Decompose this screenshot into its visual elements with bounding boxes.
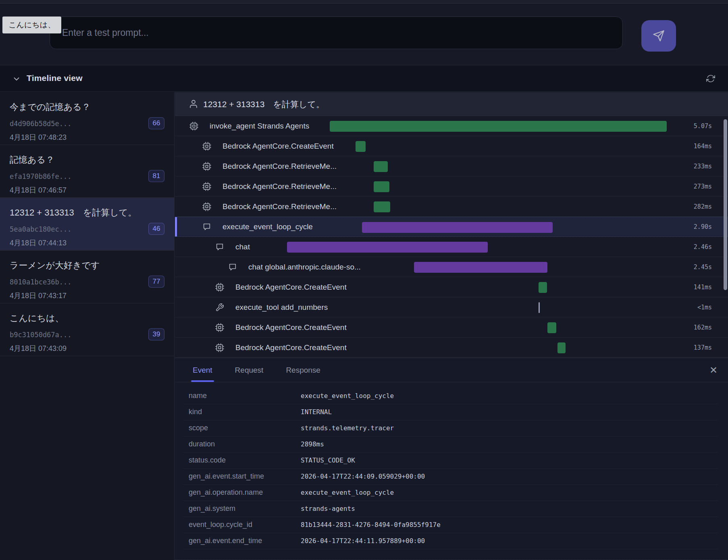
session-id: efa1970b86fe... <box>10 172 164 180</box>
span-duration: 2.45s <box>694 263 712 271</box>
span-duration: 273ms <box>694 183 712 190</box>
span-duration: 2.90s <box>694 223 712 230</box>
span-count-badge: 39 <box>148 328 164 340</box>
chevron-down-icon[interactable] <box>12 75 21 85</box>
span-name: Bedrock AgentCore.CreateEvent <box>235 283 347 292</box>
chip-icon <box>215 343 224 352</box>
span-duration: 5.07s <box>694 122 712 130</box>
span-duration: 141ms <box>694 284 712 291</box>
prompt-input[interactable] <box>50 17 623 49</box>
session-title: 今までの記憶ある？ <box>10 101 164 113</box>
attr-value: strands.telemetry.tracer <box>301 424 394 432</box>
timeline-section-header: Timeline view <box>0 65 728 92</box>
attr-key: kind <box>183 408 301 416</box>
tab-response[interactable]: Response <box>286 358 320 382</box>
attr-key: gen_ai.operation.name <box>183 488 301 497</box>
section-title: Timeline view <box>27 73 83 83</box>
span-duration: 282ms <box>694 203 712 210</box>
chat-bubble-icon <box>228 263 237 272</box>
session-item[interactable]: ラーメンが大好きです 8010a1bce36b... 4月18日 07:43:1… <box>0 251 174 303</box>
span-bar <box>539 282 547 293</box>
session-item[interactable]: 今までの記憶ある？ d4d906b58d5e... 4月18日 07:48:23… <box>0 92 174 145</box>
span-bar <box>362 222 553 233</box>
timeline-scrollbar[interactable] <box>724 119 727 290</box>
span-name: chat <box>235 243 250 251</box>
chip-icon <box>202 162 211 171</box>
span-bar <box>330 121 667 132</box>
attr-key: gen_ai.system <box>183 504 301 513</box>
session-title: ラーメンが大好きです <box>10 259 164 272</box>
table-row: gen_ai.operation.name execute_event_loop… <box>183 485 718 501</box>
span-row[interactable]: Bedrock AgentCore.CreateEvent 137ms <box>175 338 728 358</box>
tab-event[interactable]: Event <box>193 358 212 382</box>
span-row[interactable]: invoke_agent Strands Agents 5.07s <box>175 116 728 136</box>
table-row: status.code STATUS_CODE_OK <box>183 452 718 469</box>
session-id: d4d906b58d5e... <box>10 120 164 128</box>
chip-icon <box>215 283 224 292</box>
span-row[interactable]: Bedrock AgentCore.RetrieveMe... 233ms <box>175 156 728 176</box>
session-item[interactable]: 記憶ある？ efa1970b86fe... 4月18日 07:46:57 81 <box>0 145 174 198</box>
span-row[interactable]: execute_tool add_numbers <1ms <box>175 297 728 317</box>
query-text: 12312 + 313313 を計算して。 <box>203 99 324 110</box>
span-bar <box>557 342 566 353</box>
table-row: name execute_event_loop_cycle <box>183 388 718 404</box>
span-duration: <1ms <box>697 304 712 311</box>
session-title: こんにちは、 <box>10 312 164 324</box>
wrench-icon <box>215 303 224 312</box>
span-row[interactable]: Bedrock AgentCore.CreateEvent 162ms <box>175 317 728 338</box>
session-id: b9c31050d67a... <box>10 331 164 339</box>
top-strip <box>0 0 728 4</box>
span-row[interactable]: Bedrock AgentCore.RetrieveMe... 273ms <box>175 176 728 197</box>
tab-request[interactable]: Request <box>235 358 264 382</box>
span-name: Bedrock AgentCore.CreateEvent <box>235 343 347 352</box>
span-name: invoke_agent Strands Agents <box>210 122 309 131</box>
chat-bubble-icon <box>215 243 224 251</box>
span-bar <box>539 302 540 313</box>
session-item[interactable]: こんにちは、 b9c31050d67a... 4月18日 07:43:09 39 <box>0 303 174 356</box>
attr-key: duration <box>183 440 301 448</box>
session-date: 4月18日 07:48:23 <box>10 133 164 142</box>
session-date: 4月18日 07:43:17 <box>10 291 164 301</box>
attr-value: 2026-04-17T22:44:11.957889+00:00 <box>301 537 425 545</box>
span-duration: 164ms <box>694 143 712 150</box>
trace-timeline: 12312 + 313313 を計算して。 invoke_agent Stran… <box>175 92 728 358</box>
session-date: 4月18日 07:46:57 <box>10 185 164 195</box>
trace-viewer-app: こんにちは、 Timeline view 今までの記憶ある？ d4d906b58… <box>0 0 728 560</box>
span-row[interactable]: Bedrock AgentCore.CreateEvent 141ms <box>175 277 728 297</box>
span-duration: 233ms <box>694 163 712 170</box>
span-row[interactable]: Bedrock AgentCore.RetrieveMe... 282ms <box>175 197 728 217</box>
span-row[interactable]: chat 2.46s <box>175 237 728 257</box>
span-bar <box>374 181 389 192</box>
span-name: chat global.anthropic.claude-so... <box>248 263 361 272</box>
table-row: gen_ai.event.start_time 2026-04-17T22:44… <box>183 469 718 485</box>
attr-key: gen_ai.event.start_time <box>183 472 301 481</box>
span-bar <box>547 322 556 333</box>
span-duration: 137ms <box>694 344 712 351</box>
span-row[interactable]: Bedrock AgentCore.CreateEvent 164ms <box>175 136 728 156</box>
user-icon <box>189 99 198 110</box>
attr-key: gen_ai.event.end_time <box>183 537 301 545</box>
attr-key: event_loop.cycle_id <box>183 521 301 529</box>
span-name: execute_tool add_numbers <box>235 303 328 312</box>
attr-value: 2898ms <box>301 440 324 448</box>
prompt-toolbar: こんにちは、 <box>0 4 728 65</box>
send-button[interactable] <box>641 20 676 52</box>
event-attributes-table: name execute_event_loop_cycle kind INTER… <box>183 388 718 549</box>
span-name: execute_event_loop_cycle <box>223 222 313 231</box>
span-row-selected[interactable]: execute_event_loop_cycle 2.90s <box>175 217 728 237</box>
chip-icon <box>202 202 211 211</box>
session-list: 今までの記憶ある？ d4d906b58d5e... 4月18日 07:48:23… <box>0 92 175 560</box>
span-name: Bedrock AgentCore.CreateEvent <box>235 323 347 332</box>
span-row[interactable]: chat global.anthropic.claude-so... 2.45s <box>175 257 728 277</box>
details-tabbar: Event Request Response ✕ <box>175 358 728 382</box>
span-count-badge: 77 <box>148 276 164 288</box>
refresh-icon[interactable] <box>706 74 715 85</box>
attr-key: status.code <box>183 456 301 465</box>
attr-value: INTERNAL <box>301 408 332 416</box>
table-row: scope strands.telemetry.tracer <box>183 420 718 436</box>
attr-key: scope <box>183 424 301 432</box>
session-title: 12312 + 313313 を計算して。 <box>10 207 164 219</box>
table-row: event_loop.cycle_id 81b13444-2831-4276-8… <box>183 517 718 533</box>
close-icon[interactable]: ✕ <box>709 365 718 376</box>
session-item-selected[interactable]: 12312 + 313313 を計算して。 5ea0abc180ec... 4月… <box>0 198 174 251</box>
